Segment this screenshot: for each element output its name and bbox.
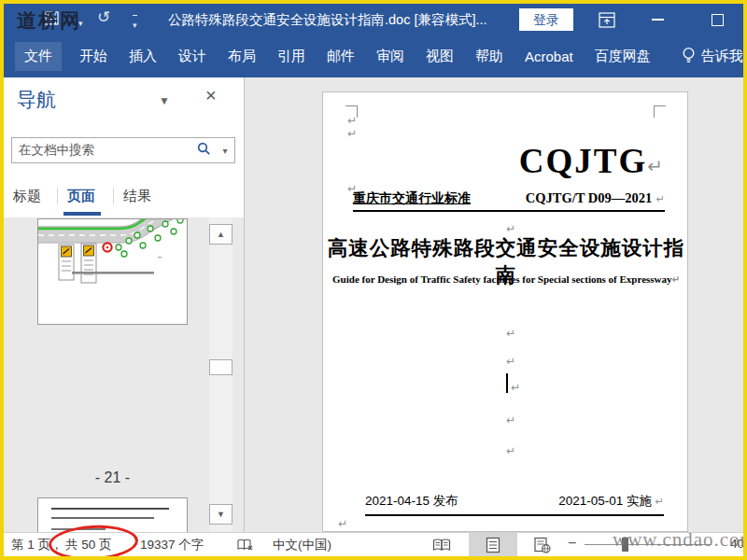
search-dropdown-icon[interactable]: ▾ — [216, 146, 234, 156]
document-title-english-text: Guide for Design of Traffic Safety facil… — [332, 273, 671, 285]
login-button[interactable]: 登录 — [519, 8, 573, 31]
text-placeholder — [51, 517, 154, 519]
paragraph-mark: ↵ — [506, 414, 515, 426]
nav-tab-pages[interactable]: 页面 — [67, 188, 95, 205]
document-page[interactable]: ↵ ↵ CQJTG↵ ↵ 重庆市交通行业标准 CQJTG/T D09—2021 … — [322, 91, 688, 532]
navigation-options-caret-icon[interactable]: ▼ — [159, 94, 170, 107]
page-thumbnail-21[interactable] — [37, 218, 188, 325]
word-window: 道桥网 ▾ ↺ ▾ 公路特殊路段交通安全设施设计指南.doc [兼容模式]...… — [0, 0, 747, 560]
nav-scrollbar-thumb[interactable] — [209, 359, 233, 375]
paragraph-mark: ↵ — [506, 356, 515, 367]
ribbon-tab-review[interactable]: 审阅 — [373, 42, 408, 71]
navigation-pane: 导航 ▼ × 在文档中搜索 ▾ 标题 页面 结果 — [4, 77, 245, 532]
zoom-out-button[interactable]: − — [568, 535, 576, 552]
ribbon-tab-mailings[interactable]: 邮件 — [323, 42, 359, 71]
ribbon-tab-bar: 文件 开始 插入 设计 布局 引用 邮件 审阅 视图 帮助 Acrobat 百度… — [4, 35, 743, 77]
proofing-status-icon[interactable] — [237, 539, 254, 554]
maximize-button[interactable] — [706, 9, 728, 30]
issue-date: 2021-04-15 发布 — [365, 493, 458, 510]
ribbon-tab-file[interactable]: 文件 — [15, 42, 62, 71]
ribbon-tab-baidu-netdisk[interactable]: 百度网盘 — [591, 42, 655, 71]
standard-code: CQJTG/T D09—2021 — [526, 190, 652, 205]
paragraph-mark: ↵ — [647, 156, 665, 176]
ribbon-display-options-icon[interactable] — [596, 9, 618, 30]
language-status[interactable]: 中文(中国) — [273, 537, 331, 553]
warning-sign-post-1 — [59, 245, 74, 280]
ribbon-tab-insert[interactable]: 插入 — [125, 42, 161, 71]
standard-logo-text: CQJTG — [519, 142, 647, 180]
search-icon[interactable] — [191, 142, 216, 160]
standard-organization: 重庆市交通行业标准 — [353, 190, 471, 207]
nav-tab-separator — [113, 188, 114, 204]
paragraph-mark: ↵ — [506, 223, 515, 234]
margin-crop-mark — [654, 105, 666, 118]
search-placeholder: 在文档中搜索 — [12, 142, 191, 159]
title-bar: 道桥网 ▾ ↺ ▾ 公路特殊路段交通安全设施设计指南.doc [兼容模式]...… — [4, 4, 743, 35]
text-cursor — [506, 373, 508, 393]
qat-customize-icon[interactable]: ▾ — [133, 15, 137, 34]
page-thumbnails-area: - 21 - 急弯下坡 急弯下坡 — [4, 217, 244, 532]
undo-icon[interactable]: ↺ — [97, 9, 110, 26]
document-title: 公路特殊路段交通安全设施设计指南.doc [兼容模式]... — [168, 11, 487, 29]
lightbulb-icon — [682, 47, 696, 67]
print-layout-button[interactable] — [469, 533, 517, 556]
search-input[interactable]: 在文档中搜索 ▾ — [11, 137, 235, 163]
ribbon-tab-help[interactable]: 帮助 — [472, 42, 507, 71]
navigation-tabs: 标题 页面 结果 — [4, 180, 245, 214]
ribbon-tab-acrobat[interactable]: Acrobat — [521, 43, 577, 70]
footer-rule — [365, 514, 664, 516]
nav-tab-separator — [57, 188, 58, 204]
paragraph-mark: ↵ — [672, 274, 680, 285]
paragraph-mark: ↵ — [656, 193, 665, 204]
document-workspace: ↵ ↵ CQJTG↵ ↵ 重庆市交通行业标准 CQJTG/T D09—2021 … — [246, 77, 743, 532]
nav-tab-headings[interactable]: 标题 — [13, 188, 41, 205]
web-layout-button[interactable] — [527, 533, 558, 556]
navigation-close-icon[interactable]: × — [205, 85, 217, 106]
paragraph-mark: ↵ — [506, 445, 515, 456]
ribbon-tab-home[interactable]: 开始 — [76, 42, 111, 71]
ribbon-tab-design[interactable]: 设计 — [175, 42, 210, 71]
navigation-pane-title: 导航 — [17, 87, 56, 113]
text-placeholder — [51, 508, 169, 510]
word-count-status[interactable]: 19337 个字 — [140, 537, 204, 553]
paragraph-mark: ↵ — [347, 115, 357, 126]
site-watermark-bottom: www.cndao.com — [613, 528, 747, 552]
nav-scroll-up-icon[interactable]: ▲ — [209, 224, 233, 245]
paragraph-mark: ↵ — [655, 496, 664, 507]
paragraph-mark: ↵ — [511, 382, 520, 393]
ribbon-tab-references[interactable]: 引用 — [274, 42, 309, 71]
tell-me-control[interactable]: 告诉我 — [682, 47, 743, 67]
road-diagram — [38, 219, 187, 324]
ribbon-tab-layout[interactable]: 布局 — [224, 42, 260, 71]
figure-caption-placeholder — [72, 272, 154, 274]
site-watermark-top: 道桥网 — [17, 7, 81, 34]
standard-logo: CQJTG↵ — [323, 141, 665, 181]
read-mode-button[interactable] — [426, 533, 458, 556]
warning-sign-post-2 — [81, 244, 96, 283]
nav-tab-active-underline — [63, 212, 101, 216]
standard-header-row: 重庆市交通行业标准 CQJTG/T D09—2021 ↵ — [353, 189, 665, 212]
nav-scroll-down-icon[interactable]: ▼ — [209, 504, 233, 525]
minimize-button[interactable] — [646, 9, 669, 30]
thumbnail-page-number: - 21 - — [37, 469, 188, 486]
nav-tab-results[interactable]: 结果 — [123, 188, 151, 205]
document-title-english: Guide for Design of Traffic Safety facil… — [323, 273, 688, 286]
date-row: 2021-04-15 发布 2021-05-01 实施 ↵ — [365, 493, 664, 510]
ribbon-tab-view[interactable]: 视图 — [422, 42, 458, 71]
paragraph-mark: ↵ — [506, 328, 515, 339]
prohibition-sign — [103, 243, 111, 251]
effective-date: 2021-05-01 实施 — [558, 494, 652, 508]
tell-me-label: 告诉我 — [701, 48, 743, 65]
paragraph-mark: ↵ — [347, 128, 357, 139]
paragraph-mark: ↵ — [338, 518, 347, 529]
